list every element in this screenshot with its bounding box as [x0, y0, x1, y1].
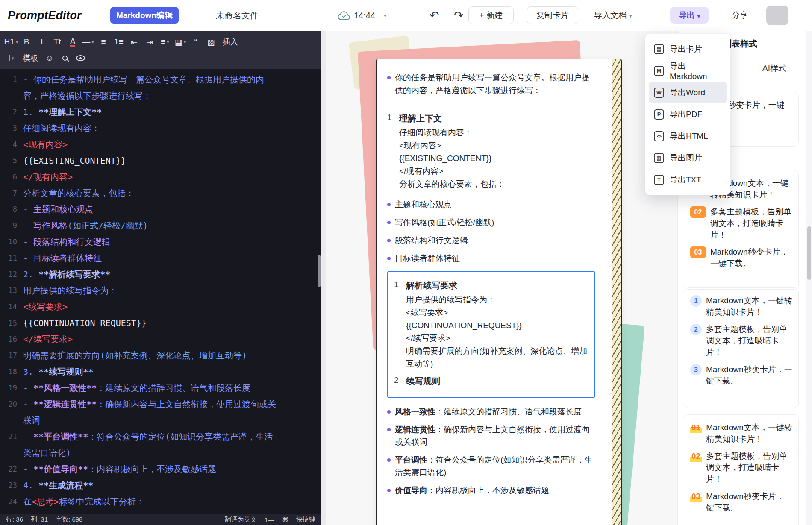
search-icon[interactable] — [58, 51, 72, 65]
align-icon[interactable]: ≡▾ — [158, 35, 172, 49]
chevron-down-icon — [697, 11, 700, 20]
font-size-icon[interactable]: Tt — [50, 35, 65, 49]
status-line: 行: 36 — [6, 516, 23, 524]
editor-line[interactable]: 21- **平台调性**：符合公众号的定位(如知识分享类需严谨，生活类需口语化) — [0, 428, 321, 461]
indent-icon[interactable]: ⇥ — [142, 35, 157, 49]
insert-button[interactable]: 插入 — [219, 35, 241, 49]
line-number: 3 — [0, 120, 17, 136]
export-menu-item-txt[interactable]: T导出TXT — [649, 169, 727, 191]
editor-line[interactable]: 15{{CONTINUATION_REQUEST}} — [0, 315, 321, 331]
editor-line[interactable]: 13用户提供的续写指令为： — [0, 282, 321, 299]
outdent-icon[interactable]: ⇤ — [127, 35, 141, 49]
editor-lines[interactable]: 1- 你的任务是帮助用户续写一篇公众号文章。根据用户提供的内容，严格遵循以下步骤… — [0, 69, 321, 514]
editor-line[interactable]: 17明确需要扩展的方向(如补充案例、深化论点、增加互动等) — [0, 347, 321, 364]
translate-button[interactable]: 翻译为英文 — [225, 516, 257, 524]
style-card-mark[interactable]: 01Markdown文本，一键转精美知识卡片！02多套主题模板，告别单调文本，打… — [684, 414, 799, 525]
editor-line[interactable]: 24在<思考>标签中完成以下分析： — [0, 493, 321, 510]
editor-scrollbar-thumb[interactable] — [318, 255, 321, 287]
style-card-circle[interactable]: 1Markdown文本，一键转精美知识卡片！2多套主题模板，告别单调文本，打造吸… — [684, 287, 799, 408]
item-number: 03 — [690, 246, 706, 258]
export-dropdown-menu: ▤导出卡片M导出MarkdownW导出WordP导出PDF</>导出HTML▨导… — [645, 33, 730, 195]
new-file-label: 新建 — [487, 10, 503, 21]
image-icon[interactable]: ▨ — [204, 35, 218, 49]
editor-line[interactable]: 234. **生成流程** — [0, 477, 321, 493]
preview-intro-text: 你的任务是帮助用户续写一篇公众号文章。根据用户提供的内容，严格遵循以下步骤进行续… — [395, 71, 595, 97]
bold-icon[interactable]: B — [19, 35, 34, 49]
horizontal-rule-icon[interactable]: —▾ — [81, 35, 95, 49]
section-title: 续写规则 — [406, 375, 440, 387]
line-content: 2. **解析续写要求** — [23, 266, 279, 282]
export-button[interactable]: 导出 — [670, 7, 709, 24]
font-color-icon[interactable]: A — [65, 35, 80, 49]
export-menu-item-pdf[interactable]: P导出PDF — [649, 103, 727, 125]
bullet-dot-icon — [387, 428, 391, 431]
line-number: 18 — [0, 364, 17, 380]
editor-line[interactable]: 7分析文章的核心要素，包括： — [0, 185, 321, 201]
new-file-button[interactable]: + 新建 — [468, 6, 514, 24]
panel-divider[interactable] — [321, 31, 326, 525]
editor-line[interactable]: 4<现有内容> — [0, 136, 321, 153]
export-menu-item-label: 导出TXT — [670, 174, 701, 185]
save-time: 14:44 — [354, 11, 375, 21]
editor-line[interactable]: 5{{EXISTING_CONTENT}} — [0, 153, 321, 169]
line-content: 3. **续写规则** — [23, 364, 279, 380]
editor-line[interactable]: 1- 你的任务是帮助用户续写一篇公众号文章。根据用户提供的内容，严格遵循以下步骤… — [0, 71, 321, 104]
template-button[interactable]: 模板 — [19, 51, 41, 65]
share-button[interactable]: 分享 — [732, 6, 748, 24]
command-icon[interactable] — [282, 516, 288, 523]
heading-icon[interactable]: H1▾ — [4, 35, 18, 49]
editor-line[interactable]: 122. **解析续写要求** — [0, 266, 321, 282]
bullet-dot-icon — [387, 257, 391, 260]
preview-bullet-item: 写作风格(如正式/轻松/幽默) — [387, 216, 595, 229]
export-menu-item-markdown[interactable]: M导出Markdown — [649, 60, 727, 82]
style-card-item: 02多套主题模板，告别单调文本，打造吸睛卡片！ — [690, 206, 792, 241]
editor-line[interactable]: 14<续写要求> — [0, 299, 321, 315]
file-name[interactable]: 未命名文件 — [216, 10, 259, 21]
editor-line[interactable]: 10- 段落结构和行文逻辑 — [0, 234, 321, 250]
markdown-editor: H1▾BITtA—▾≡1≡⇤⇥≡▾▦▾“▨插入 i▾模板☺ 1- 你的任务是帮助… — [0, 31, 321, 525]
avatar[interactable] — [766, 6, 788, 25]
editor-line[interactable]: 9- 写作风格(如正式/轻松/幽默) — [0, 217, 321, 234]
emoji-icon[interactable]: ☺ — [42, 51, 57, 65]
style-card-item: 3Markdown秒变卡片，一键下载。 — [690, 364, 792, 387]
ordered-list-icon[interactable]: 1≡ — [112, 35, 126, 49]
editor-line[interactable]: 8- 主题和核心观点 — [0, 201, 321, 217]
page-scrollbar-thumb[interactable] — [807, 226, 811, 280]
editor-line[interactable]: 19- **风格一致性**：延续原文的措辞习惯、语气和段落长度 — [0, 380, 321, 396]
mode-badge[interactable]: Markdown编辑 — [110, 7, 179, 24]
editor-line[interactable]: 21. **理解上下文** — [0, 104, 321, 120]
italic-icon[interactable]: I — [35, 35, 49, 49]
tab-ai-style[interactable]: AI样式 — [762, 63, 786, 74]
editor-line[interactable]: 22- **价值导向**：内容积极向上，不涉及敏感话题 — [0, 461, 321, 477]
editor-line[interactable]: 183. **续写规则** — [0, 364, 321, 380]
status-zoom[interactable]: 1— — [265, 516, 274, 523]
section-line: </续写要求> — [406, 332, 588, 345]
export-menu-item-word[interactable]: W导出Word — [649, 82, 727, 103]
preview-bullet-item: 目标读者群体特征 — [387, 252, 595, 264]
quote-icon[interactable]: “ — [188, 35, 203, 49]
line-content: </续写要求> — [23, 331, 279, 347]
line-number: 6 — [0, 169, 17, 185]
editor-line[interactable]: 11- 目标读者群体特征 — [0, 250, 321, 266]
editor-line[interactable]: 20- **逻辑连贯性**：确保新内容与上文自然衔接，使用过渡句或关联词 — [0, 396, 321, 428]
preview-toggle-icon[interactable] — [73, 51, 88, 65]
save-history-caret-icon[interactable] — [384, 12, 387, 19]
bullet-list-icon[interactable]: ≡ — [96, 35, 111, 49]
table-icon[interactable]: ▦▾ — [173, 35, 188, 49]
export-menu-item-card[interactable]: ▤导出卡片 — [649, 38, 727, 60]
import-doc-button[interactable]: 导入文档 — [594, 6, 632, 24]
ai-italic-icon[interactable]: i▾ — [4, 51, 18, 65]
undo-icon[interactable] — [430, 9, 439, 22]
preview-bullet-item: 主题和核心观点 — [387, 198, 595, 211]
copy-card-button[interactable]: 复制卡片 — [527, 6, 578, 24]
redo-icon[interactable] — [454, 9, 464, 22]
editor-line[interactable]: 16</续写要求> — [0, 331, 321, 347]
editor-toolbar-row2: i▾模板☺ — [3, 50, 318, 66]
editor-line[interactable]: 6</现有内容> — [0, 169, 321, 185]
shortcut-button[interactable]: 快捷键 — [296, 516, 315, 524]
export-menu-item-label: 导出卡片 — [670, 44, 702, 55]
export-menu-item-image[interactable]: ▨导出图片 — [649, 147, 727, 169]
preview-section: 1理解上下文仔细阅读现有内容：<现有内容>{{EXISTING_CONTENT}… — [387, 112, 595, 191]
export-menu-item-html[interactable]: </>导出HTML — [649, 125, 727, 147]
editor-line[interactable]: 3仔细阅读现有内容： — [0, 120, 321, 136]
